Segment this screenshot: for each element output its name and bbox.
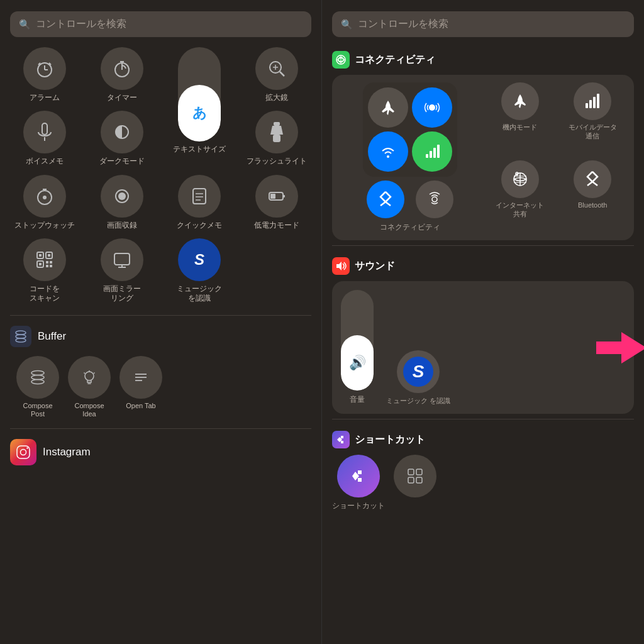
svg-rect-24: [193, 189, 206, 204]
text-size-label: テキストサイズ: [173, 145, 226, 153]
buffer-title: Buffer: [38, 330, 66, 343]
svg-point-65: [387, 155, 389, 158]
pink-arrow: [596, 332, 644, 364]
bluetooth-inner-btn[interactable]: [367, 180, 404, 218]
instagram-section: Instagram: [0, 434, 321, 470]
svg-rect-15: [274, 122, 280, 126]
mobile-data-label: モバイルデータ通信: [569, 123, 617, 141]
bluetooth-item[interactable]: Bluetooth: [559, 160, 627, 233]
airdrop-btn[interactable]: [412, 87, 452, 128]
wifi-btn[interactable]: [368, 131, 408, 172]
quick-memo-control[interactable]: クイックメモ: [165, 175, 234, 230]
left-panel: 🔍 コントロールを検索 アラーム: [0, 0, 322, 644]
screen-record-icon-circle: [101, 175, 143, 218]
compose-idea-action[interactable]: ComposeIdea: [68, 356, 111, 418]
compose-idea-icon: [68, 356, 111, 399]
svg-point-47: [31, 370, 44, 375]
controls-grid: アラーム タイマー あ テキストサイズ: [0, 45, 321, 310]
search-bar-right[interactable]: 🔍 コントロールを検索: [332, 11, 634, 37]
dark-mode-label: ダークモード: [99, 157, 145, 165]
svg-point-49: [31, 379, 44, 384]
volume-slider-track[interactable]: 🔊: [341, 290, 374, 391]
magnifier-label: 拡大鏡: [265, 93, 288, 102]
svg-rect-34: [39, 254, 42, 257]
mirror-icon-circle: [101, 238, 143, 281]
timer-label: タイマー: [107, 93, 137, 102]
airplane-mode-btn[interactable]: [368, 87, 408, 128]
text-size-control[interactable]: あ テキストサイズ: [165, 47, 234, 166]
shortcuts-widget: ショートカット: [332, 455, 634, 511]
shortcuts-app-label: ショートカット: [332, 501, 385, 511]
svg-rect-40: [50, 265, 52, 267]
svg-rect-12: [42, 123, 47, 135]
open-tab-icon: [119, 356, 162, 399]
shortcuts-header: ショートカット: [322, 425, 644, 452]
compose-post-action[interactable]: ComposePost: [16, 356, 59, 418]
svg-point-64: [429, 104, 435, 111]
svg-rect-38: [50, 261, 52, 264]
svg-line-52: [84, 372, 86, 374]
svg-marker-16: [270, 126, 283, 135]
text-size-slider: あ: [178, 47, 221, 142]
shazam-item[interactable]: S ミュージック を認識: [386, 350, 450, 405]
scan-code-control[interactable]: コードをスキャン: [10, 238, 79, 303]
svg-rect-72: [589, 100, 592, 108]
magnifier-control[interactable]: 拡大鏡: [243, 47, 311, 102]
shortcuts-scan-item[interactable]: [394, 455, 436, 511]
divider-right-1: [332, 245, 634, 246]
svg-point-19: [43, 196, 47, 199]
airplane-mode-item[interactable]: 機内モード: [486, 82, 554, 155]
bluetooth-circle: [574, 160, 611, 198]
internet-share-item[interactable]: インターネット共有: [486, 160, 554, 233]
hotspot-inner-btn[interactable]: [416, 180, 453, 218]
open-tab-action[interactable]: Open Tab: [119, 356, 162, 418]
mirror-control[interactable]: 画面ミラーリング: [87, 238, 156, 303]
connectivity-title: コネクティビティ: [355, 53, 435, 67]
svg-point-48: [31, 375, 44, 379]
timer-control[interactable]: タイマー: [87, 47, 156, 102]
instagram-header: Instagram: [10, 439, 311, 465]
voice-memo-control[interactable]: ボイスメモ: [10, 111, 79, 165]
svg-point-46: [16, 338, 26, 342]
scan-code-label: コードをスキャン: [30, 284, 60, 303]
svg-rect-83: [408, 469, 414, 475]
voice-memo-label: ボイスメモ: [26, 157, 64, 165]
cellular-btn[interactable]: [412, 131, 452, 172]
mobile-data-item[interactable]: モバイルデータ通信: [559, 82, 627, 155]
svg-marker-81: [336, 262, 341, 270]
shazam-circle: S: [397, 350, 440, 393]
divider-1: [10, 315, 311, 316]
music-id-control-left[interactable]: S ミュージックを認識: [165, 238, 234, 303]
svg-line-53: [94, 372, 95, 374]
bluetooth-label: Bluetooth: [578, 201, 607, 209]
quick-memo-icon-circle: [178, 175, 221, 218]
low-power-control[interactable]: 低電力モード: [243, 175, 311, 230]
stopwatch-label: ストップウォッチ: [14, 221, 75, 230]
internet-share-label: インターネット共有: [496, 201, 544, 219]
search-bar[interactable]: 🔍 コントロールを検索: [10, 11, 311, 37]
flashlight-control[interactable]: フラッシュライト: [243, 111, 311, 165]
shortcuts-app-circle: [337, 455, 380, 497]
shortcuts-app-item[interactable]: ショートカット: [332, 455, 385, 511]
low-power-icon-circle: [255, 175, 298, 218]
sound-widget: 🔊 音量 S ミュージック を認識: [332, 281, 634, 414]
screen-record-label: 画面収録: [107, 221, 137, 230]
screen-record-control[interactable]: 画面収録: [87, 175, 156, 230]
svg-rect-29: [283, 195, 285, 197]
open-tab-label: Open Tab: [126, 402, 156, 410]
shortcuts-title: ショートカット: [355, 433, 425, 447]
compose-post-label: ComposePost: [23, 402, 52, 418]
alarm-control[interactable]: アラーム: [10, 47, 79, 102]
svg-rect-41: [114, 253, 130, 265]
svg-rect-39: [46, 265, 48, 267]
divider-right-2: [332, 419, 634, 419]
low-power-label: 低電力モード: [254, 221, 299, 230]
alarm-label: アラーム: [30, 93, 60, 102]
mobile-data-circle: [574, 82, 611, 120]
svg-point-60: [26, 448, 28, 449]
buffer-header: Buffer: [10, 326, 311, 347]
voice-memo-icon-circle: [23, 111, 66, 153]
stopwatch-control[interactable]: ストップウォッチ: [10, 175, 79, 230]
dark-mode-control[interactable]: ダークモード: [87, 111, 156, 165]
search-icon-right: 🔍: [341, 19, 353, 30]
